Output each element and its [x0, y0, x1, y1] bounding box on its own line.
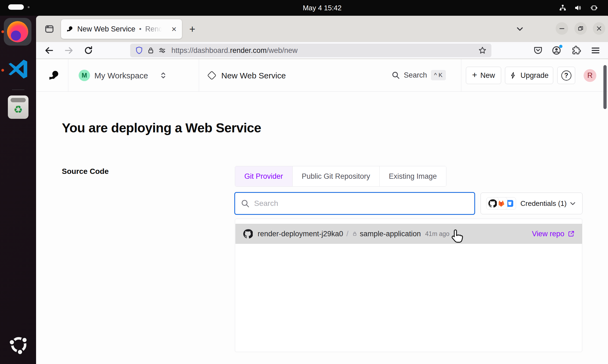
menu-icon[interactable] [590, 45, 601, 56]
firefox-running-indicator [1, 30, 4, 33]
window-close-button[interactable] [593, 22, 605, 35]
system-clock[interactable]: May 4 15:42 [295, 0, 349, 16]
ubuntu-icon [9, 335, 29, 355]
github-icon [486, 197, 499, 210]
permissions-icon[interactable] [158, 46, 167, 55]
user-avatar[interactable]: R [584, 69, 596, 82]
window-minimize-button[interactable] [556, 22, 568, 35]
repo-name: sample-application [360, 230, 421, 238]
workspace-name[interactable]: My Workspace [94, 71, 148, 80]
help-button[interactable]: ? [557, 67, 575, 84]
dock-item-vscode[interactable] [7, 59, 29, 82]
mouse-cursor [450, 229, 464, 245]
url-path: /web/new [267, 46, 297, 55]
dock-item-firefox[interactable] [4, 18, 31, 46]
back-icon[interactable] [44, 45, 54, 56]
bolt-icon [510, 72, 517, 79]
tab-existing-image[interactable]: Existing Image [380, 166, 446, 186]
repo-owner: render-deployment-j29ka0 [258, 230, 343, 238]
dock-divider [12, 90, 24, 90]
header-divider [199, 59, 199, 91]
question-icon: ? [561, 71, 571, 81]
header-search[interactable]: Search ^ K [391, 70, 446, 80]
search-icon [241, 199, 250, 208]
account-icon[interactable] [551, 45, 562, 56]
workspace-dot [28, 6, 30, 8]
battery-charging-icon [589, 4, 598, 12]
firefox-view-icon[interactable] [44, 24, 55, 34]
account-notification-dot [559, 44, 563, 48]
vscode-icon [7, 59, 29, 82]
workspace-avatar[interactable]: M [79, 70, 90, 81]
repo-row[interactable]: render-deployment-j29ka0 / sample-applic… [235, 224, 582, 244]
app-header: M My Workspace New Web Service Search ^ … [36, 59, 608, 92]
credentials-label: Credentials (1) [520, 199, 567, 208]
activities-pill[interactable] [8, 4, 24, 10]
tab-title: New Web Service [77, 25, 135, 33]
browser-window: New Web Service • Rend × + [36, 16, 608, 364]
header-divider [461, 59, 461, 91]
bookmark-star-icon[interactable] [478, 46, 487, 55]
extensions-icon[interactable] [571, 45, 581, 56]
credential-provider-icons [486, 197, 516, 210]
navigation-toolbar: https://dashboard.render.com/web/new [36, 42, 608, 59]
view-repo-label: View repo [532, 230, 564, 238]
credentials-dropdown[interactable]: Credentials (1) [481, 193, 583, 214]
list-all-tabs-icon[interactable] [515, 24, 525, 34]
page-title: New Web Service [221, 71, 286, 80]
lock-icon[interactable] [146, 46, 155, 55]
dock-item-trash[interactable]: ♻ [8, 95, 28, 119]
volume-icon [574, 4, 582, 12]
new-tab-button[interactable]: + [187, 24, 198, 35]
url-text[interactable]: https://dashboard.render.com/web/new [171, 46, 297, 55]
firefox-icon [7, 21, 28, 42]
render-logo[interactable] [48, 70, 59, 81]
system-top-bar: May 4 15:42 [0, 0, 608, 16]
github-icon [243, 229, 253, 239]
view-repo-link[interactable]: View repo [532, 230, 575, 238]
upgrade-button-label: Upgrade [520, 71, 549, 80]
repo-search-input[interactable] [254, 199, 469, 208]
tab-close-icon[interactable]: × [171, 25, 177, 33]
page-heading: You are deploying a Web Service [62, 120, 261, 135]
source-code-label: Source Code [62, 167, 109, 176]
tab-public-git-repository[interactable]: Public Git Repository [293, 166, 380, 186]
vscode-running-indicator [1, 69, 4, 72]
tab-title-trailing: Rend [145, 25, 163, 33]
dock: ♻ [0, 16, 36, 364]
chevron-down-icon [569, 199, 577, 207]
plus-icon: + [472, 70, 477, 80]
repo-separator: / [346, 230, 348, 238]
render-favicon [66, 26, 73, 32]
url-domain: render.com [230, 46, 267, 55]
browser-tab-active[interactable]: New Web Service • Rend × [61, 19, 182, 39]
new-button[interactable]: + New [466, 67, 501, 84]
search-icon [391, 71, 400, 79]
workspace-switcher-icon[interactable] [159, 71, 168, 80]
pocket-icon[interactable] [533, 45, 543, 56]
url-bar[interactable]: https://dashboard.render.com/web/new [130, 44, 491, 57]
forward-icon[interactable] [64, 45, 74, 56]
dock-item-show-apps[interactable] [9, 335, 29, 355]
search-label: Search [404, 71, 427, 79]
tracking-shield-icon[interactable] [135, 46, 144, 55]
reload-icon[interactable] [83, 45, 94, 56]
search-shortcut-badge: ^ K [431, 70, 446, 80]
system-tray[interactable] [559, 0, 598, 16]
tab-strip: New Web Service • Rend × + [36, 16, 608, 42]
tab-git-provider[interactable]: Git Provider [235, 166, 293, 186]
trash-lid [11, 98, 26, 102]
repo-updated-time: 41m ago [425, 230, 450, 238]
upgrade-button[interactable]: Upgrade [505, 67, 553, 84]
window-restore-button[interactable] [574, 22, 587, 35]
recycle-icon: ♻ [14, 104, 23, 115]
page-scrollbar-thumb[interactable] [603, 65, 607, 109]
private-repo-lock-icon [352, 231, 358, 237]
page-content: M My Workspace New Web Service Search ^ … [36, 59, 608, 364]
new-button-label: New [480, 71, 495, 80]
repo-list-panel: render-deployment-j29ka0 / sample-applic… [235, 219, 582, 352]
header-divider [68, 59, 68, 91]
repo-search-box [234, 192, 475, 215]
external-link-icon [568, 230, 575, 237]
network-icon [559, 4, 567, 12]
